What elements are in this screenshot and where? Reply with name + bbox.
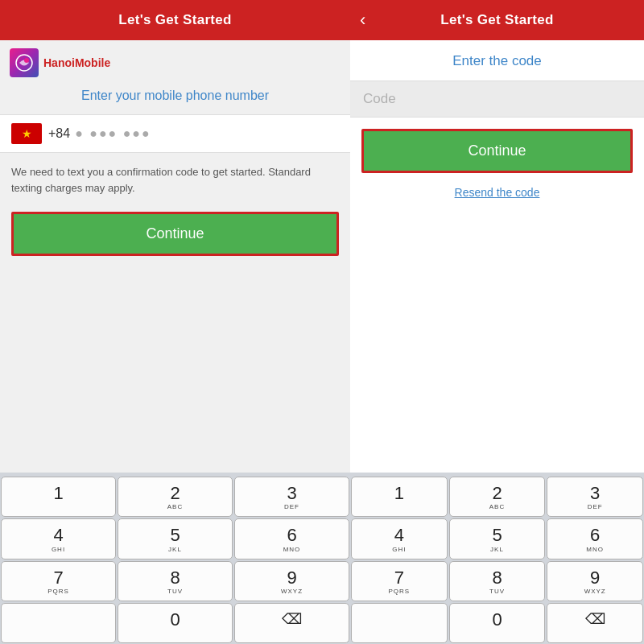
- enter-code-title: Enter the code: [350, 40, 644, 80]
- app-logo-icon: [10, 48, 39, 77]
- left-keypad: 1 2ABC 3DEF 4GHI 5JKL 6MNO 7PQRS 8TUV 9W…: [0, 473, 350, 644]
- left-keypad-row-3: 7PQRS 8TUV 9WXYZ: [0, 560, 350, 602]
- left-keypad-row-4: 0 ⌫: [0, 602, 350, 644]
- svg-point-1: [24, 58, 29, 63]
- r-key-2[interactable]: 2ABC: [449, 477, 546, 517]
- logo-text: HanoiMobile: [43, 56, 110, 69]
- left-continue-button[interactable]: Continue: [11, 212, 339, 256]
- key-empty: [1, 603, 116, 643]
- left-header: Let's Get Started: [0, 0, 350, 40]
- left-header-title: Let's Get Started: [118, 12, 231, 28]
- left-keypad-row-1: 1 2ABC 3DEF: [0, 476, 350, 518]
- right-panel: ‹ Let's Get Started Enter the code Code …: [350, 0, 644, 644]
- right-continue-button[interactable]: Continue: [361, 129, 633, 173]
- back-button[interactable]: ‹: [360, 10, 365, 31]
- r-key-3[interactable]: 3DEF: [547, 477, 643, 517]
- right-keypad-row-3: 7PQRS 8TUV 9WXYZ: [350, 560, 644, 602]
- right-keypad-row-4: 0 ⌫: [350, 602, 644, 644]
- r-key-6[interactable]: 6MNO: [547, 518, 643, 559]
- key-0[interactable]: 0: [118, 603, 233, 643]
- key-2[interactable]: 2ABC: [118, 477, 233, 517]
- r-key-4[interactable]: 4GHI: [351, 518, 448, 559]
- r-key-9[interactable]: 9WXYZ: [547, 561, 643, 601]
- key-3[interactable]: 3DEF: [234, 477, 349, 517]
- phone-subtitle: Enter your mobile phone number: [0, 82, 350, 114]
- key-8[interactable]: 8TUV: [118, 561, 233, 601]
- key-6[interactable]: 6MNO: [234, 518, 349, 559]
- r-key-7[interactable]: 7PQRS: [351, 561, 448, 601]
- phone-row: ★ +84 ● ●●● ●●●: [0, 114, 350, 153]
- info-text: We need to text you a confirmation code …: [0, 153, 350, 210]
- key-1[interactable]: 1: [1, 477, 116, 517]
- flag-star: ★: [22, 127, 32, 140]
- key-4[interactable]: 4GHI: [1, 518, 116, 559]
- r-key-1[interactable]: 1: [351, 477, 448, 517]
- r-key-5[interactable]: 5JKL: [449, 518, 546, 559]
- vietnam-flag: ★: [11, 123, 42, 144]
- code-input-area[interactable]: Code: [350, 80, 644, 118]
- logo-area: HanoiMobile: [0, 40, 350, 82]
- key-9[interactable]: 9WXYZ: [234, 561, 349, 601]
- code-placeholder: Code: [363, 91, 396, 106]
- resend-code-link[interactable]: Resend the code: [350, 181, 644, 204]
- r-key-empty: [351, 603, 448, 643]
- left-panel: Let's Get Started HanoiMobile Enter your…: [0, 0, 350, 644]
- right-keypad-row-2: 4GHI 5JKL 6MNO: [350, 518, 644, 559]
- key-5[interactable]: 5JKL: [118, 518, 233, 559]
- r-key-8[interactable]: 8TUV: [449, 561, 546, 601]
- right-keypad-row-1: 1 2ABC 3DEF: [350, 476, 644, 518]
- right-keypad: 1 2ABC 3DEF 4GHI 5JKL 6MNO 7PQRS 8TUV 9W…: [350, 473, 644, 644]
- r-key-0[interactable]: 0: [449, 603, 546, 643]
- key-7[interactable]: 7PQRS: [1, 561, 116, 601]
- right-header-title: Let's Get Started: [440, 12, 553, 28]
- r-key-delete[interactable]: ⌫: [547, 603, 643, 643]
- key-delete[interactable]: ⌫: [234, 603, 349, 643]
- right-header: ‹ Let's Get Started: [350, 0, 644, 40]
- phone-code: +84: [48, 126, 70, 141]
- phone-number: ● ●●● ●●●: [75, 126, 151, 141]
- left-keypad-row-2: 4GHI 5JKL 6MNO: [0, 518, 350, 559]
